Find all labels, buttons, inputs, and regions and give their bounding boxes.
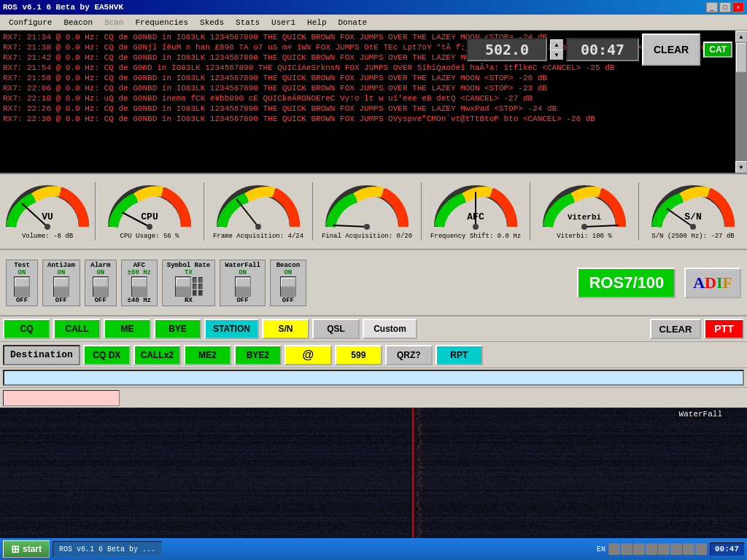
svg-point-17 [690, 224, 696, 230]
menu-configure[interactable]: Configure [3, 17, 58, 28]
log-line: RX7: 22:30 @ 0.0 Hz: CQ de G0NBD in IO83… [3, 114, 732, 124]
viterbi-sublabel: Viterbi: 100 % [557, 233, 612, 240]
menu-frequencies[interactable]: Frequencies [129, 17, 194, 28]
waterfall-label: WaterFall [676, 409, 725, 419]
symbolrate-on: TX [185, 269, 193, 276]
svg-point-1 [44, 224, 50, 230]
macro-cq-button[interactable]: CQ [3, 319, 50, 339]
clear-macro-button[interactable]: CLEAR [650, 319, 701, 339]
macro-bye2-button[interactable]: BYE2 [234, 345, 282, 365]
taskbar-item-label: ROS v6.1 6 Beta by ... [59, 545, 155, 553]
macro-custom-button[interactable]: Custom [363, 319, 417, 339]
waterfall-marker [412, 408, 414, 560]
macro-callx2-button[interactable]: CALLx2 [133, 345, 181, 365]
macro-me2-button[interactable]: ME2 [184, 345, 231, 365]
title-text: ROS v6.1 6 Beta by EA5HVK [3, 3, 123, 12]
frequency-spinner: ▲ ▼ [550, 39, 563, 60]
macro-sn-button[interactable]: S/N [262, 319, 309, 339]
beacon-toggle[interactable]: Beacon ON OFF [270, 260, 306, 306]
ptt-button[interactable]: PTT [704, 319, 744, 339]
minimize-button[interactable]: _ [706, 2, 718, 12]
menu-scan: Scan [98, 17, 129, 28]
waterfall-on: ON [239, 269, 247, 276]
macro-rpt-button[interactable]: RPT [436, 345, 483, 365]
tray-icon-6 [670, 543, 682, 555]
test-label: Test [14, 262, 30, 269]
macro-bye-button[interactable]: BYE [154, 319, 201, 339]
maximize-button[interactable]: □ [719, 2, 731, 12]
symbolrate-off: RX [185, 297, 193, 304]
macro-qrz-button[interactable]: QRZ? [385, 345, 433, 365]
menu-donate[interactable]: Donate [333, 17, 374, 28]
svg-point-14 [581, 224, 587, 230]
svg-point-9 [364, 224, 370, 230]
alarm-on: ON [96, 269, 104, 276]
controls-row: Test ON OFF AntiJam ON OFF Alarm ON [0, 249, 747, 315]
menu-skeds[interactable]: Skeds [194, 17, 230, 28]
freq-down-button[interactable]: ▼ [550, 50, 563, 60]
menu-stats[interactable]: Stats [230, 17, 266, 28]
vu-gauge: VU Volume: -8 dB [0, 182, 95, 241]
tray-icon-5 [658, 543, 670, 555]
adif-badge[interactable]: ADIF [684, 268, 741, 298]
close-button[interactable]: × [732, 2, 744, 12]
tx-text-input[interactable] [3, 370, 744, 386]
adif-text: A [693, 273, 705, 292]
macro-me-button[interactable]: ME [104, 319, 151, 339]
waterfall-toggle[interactable]: WaterFall ON OFF [220, 260, 266, 306]
viterbi-gauge: Viterbi Viterbi: 100 % [530, 182, 638, 241]
freq-up-button[interactable]: ▲ [550, 39, 563, 50]
menu-help[interactable]: Help [301, 17, 332, 28]
tray-icon-7 [683, 543, 694, 555]
afc-toggle-on: ±80 Hz [128, 269, 151, 276]
pink-input[interactable] [3, 390, 120, 406]
svg-text:Viterbi: Viterbi [568, 213, 602, 222]
cpu-sublabel: CPU Usage: 56 % [120, 233, 179, 240]
taskbar-ros-item[interactable]: ROS v6.1 6 Beta by ... [53, 541, 162, 557]
tray-icons [608, 543, 707, 555]
tray-icon-1 [608, 543, 620, 555]
start-button[interactable]: ⊞ start [3, 540, 50, 558]
beacon-label: Beacon [276, 262, 300, 269]
afc-sublabel: Frequency Shift: 0.0 Hz [430, 233, 521, 240]
macro-599-button[interactable]: 599 [335, 345, 382, 365]
macro-cqdx-button[interactable]: CQ DX [83, 345, 131, 365]
macro-qsl-button[interactable]: QSL [312, 319, 360, 339]
antijam-label: AntiJam [47, 262, 75, 269]
cat-button[interactable]: CAT [703, 42, 732, 58]
macro-station-button[interactable]: STATION [204, 319, 259, 339]
destination-label: Destination [3, 345, 80, 365]
afc-toggle[interactable]: AFC ±80 Hz ±40 Hz [121, 260, 158, 306]
clear-log-button[interactable]: CLEAR [642, 34, 700, 66]
svg-text:VU: VU [42, 211, 53, 222]
menu-user1[interactable]: User1 [266, 17, 301, 28]
symbolrate-toggle[interactable]: Symbol Rate TX RX [162, 260, 215, 306]
locale-indicator: EN [597, 545, 605, 553]
macro-row-1: CQ CALL ME BYE STATION S/N QSL Custom CL… [0, 315, 747, 341]
log-line: RX7: 22:06 @ 0.0 Hz: CQ de G0NBD in IO83… [3, 83, 732, 93]
menu-bar: Configure Beacon Scan Frequencies Skeds … [0, 15, 747, 31]
scroll-down-button[interactable]: ▼ [735, 161, 747, 173]
frame-gauge: Frame Acquisition: 4/24 [204, 182, 312, 241]
waterfall-off: OFF [236, 297, 248, 304]
sn-sublabel: S/N (2500 Hz): -27 dB [651, 233, 734, 240]
antijam-toggle[interactable]: AntiJam ON OFF [42, 260, 80, 306]
log-scrollbar: ▲ ▼ [735, 31, 747, 173]
svg-text:CPU: CPU [141, 211, 158, 222]
time-display: 00:47 [710, 542, 744, 556]
tray-icon-4 [646, 543, 657, 555]
cpu-gauge: CPU CPU Usage: 56 % [96, 182, 204, 241]
taskbar-right: EN 00:47 [597, 542, 744, 556]
macro-call-button[interactable]: CALL [53, 319, 101, 339]
windows-icon: ⊞ [11, 543, 20, 555]
title-buttons: _ □ × [706, 2, 744, 12]
scroll-up-button[interactable]: ▲ [735, 31, 747, 42]
macro-at-button[interactable]: @ [285, 345, 332, 365]
svg-line-13 [584, 225, 619, 227]
menu-beacon[interactable]: Beacon [58, 17, 98, 28]
afc-toggle-label: AFC [133, 262, 145, 269]
alarm-toggle[interactable]: Alarm ON OFF [85, 260, 117, 306]
title-bar: ROS v6.1 6 Beta by EA5HVK _ □ × [0, 0, 747, 15]
adif-d: D [705, 273, 716, 292]
test-toggle[interactable]: Test ON OFF [6, 260, 38, 306]
